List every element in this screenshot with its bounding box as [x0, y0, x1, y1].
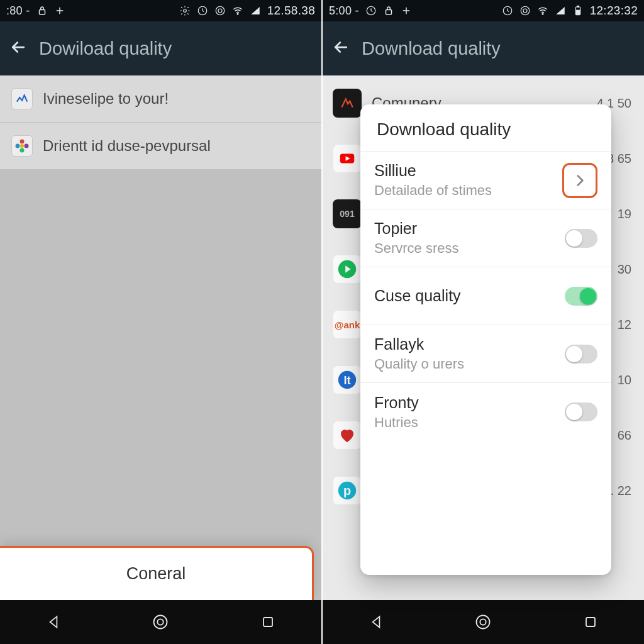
option-fallayk[interactable]: Fallayk Quality o urers — [360, 325, 611, 383]
option-subtitle: Hutries — [374, 414, 548, 431]
wifi-icon — [537, 5, 548, 16]
svg-point-18 — [523, 9, 527, 13]
status-time-left: :80 - — [6, 4, 30, 18]
option-title: Cuse quality — [374, 287, 548, 305]
toggle[interactable] — [565, 402, 597, 421]
svg-point-12 — [158, 619, 164, 625]
option-title: Fronty — [374, 394, 548, 412]
svg-point-3 — [216, 6, 225, 15]
signal-icon — [250, 5, 261, 16]
status-time-left: 5:00 - — [329, 4, 359, 18]
nav-recent-icon[interactable] — [581, 613, 600, 631]
svg-rect-21 — [577, 6, 579, 8]
status-clock: 12:23:32 — [590, 4, 638, 18]
page-title: Dowiload quality — [39, 38, 172, 59]
phone-left: :80 - 12.58.38 Dowiload quality Ivinesel… — [0, 0, 321, 644]
nav-home-icon[interactable] — [151, 613, 170, 631]
android-nav-bar — [323, 600, 644, 644]
clock-icon — [197, 5, 208, 16]
gear-icon — [179, 5, 191, 16]
coneral-button[interactable]: Coneral — [0, 546, 314, 600]
nav-back-icon[interactable] — [44, 613, 63, 631]
option-subtitle: Quality o urers — [374, 356, 548, 372]
svg-rect-31 — [586, 618, 595, 626]
nav-recent-icon[interactable] — [258, 613, 277, 631]
android-nav-bar — [0, 600, 321, 644]
download-quality-dialog: Download quality Silliue Detailade of st… — [360, 104, 611, 575]
svg-point-4 — [218, 9, 222, 13]
option-cuse-quality[interactable]: Cuse quality — [360, 267, 611, 325]
toggle[interactable] — [565, 229, 597, 248]
option-silliue[interactable]: Silliue Detailade of stimes — [360, 152, 611, 209]
option-title: Fallayk — [374, 335, 548, 353]
wifi-icon — [232, 5, 243, 16]
lock-icon — [36, 5, 48, 16]
svg-point-30 — [480, 619, 486, 625]
app-bar: Dowiload quality — [0, 21, 321, 75]
svg-point-5 — [237, 14, 238, 15]
toggle[interactable] — [565, 345, 597, 364]
clock-icon — [502, 5, 513, 16]
app-bar: Download quality — [323, 21, 644, 75]
battery-icon — [572, 5, 584, 16]
clock-small-icon — [365, 5, 377, 16]
svg-rect-22 — [576, 10, 579, 14]
target-icon — [214, 5, 226, 16]
status-bar: 5:00 - 12:23:32 — [323, 0, 644, 21]
status-clock: 12.58.38 — [267, 4, 315, 18]
svg-rect-0 — [39, 10, 45, 15]
status-bar: :80 - 12.58.38 — [0, 0, 321, 21]
toggle[interactable] — [565, 287, 597, 306]
svg-rect-13 — [264, 618, 272, 626]
screen-body-left: Ivineselipe to your! Drientt id duse-pev… — [0, 75, 321, 600]
option-title: Topier — [374, 219, 548, 238]
plus-icon — [54, 5, 65, 16]
plus-icon — [401, 5, 412, 16]
svg-point-17 — [521, 6, 530, 15]
option-subtitle: Detailade of stimes — [374, 182, 548, 199]
nav-home-icon[interactable] — [474, 613, 492, 631]
svg-point-1 — [183, 9, 186, 13]
chevron-right-icon[interactable] — [562, 163, 597, 198]
nav-back-icon[interactable] — [367, 613, 386, 631]
dim-overlay — [0, 75, 321, 600]
back-button[interactable] — [331, 38, 350, 59]
option-topier[interactable]: Topier Servrce sress — [360, 209, 611, 267]
svg-point-29 — [477, 616, 490, 629]
phone-right: 5:00 - 12:23:32 Download quality Comuner… — [321, 0, 644, 644]
lock-icon — [383, 5, 394, 16]
option-title: Silliue — [374, 162, 548, 180]
option-fronty[interactable]: Fronty Hutries — [360, 383, 611, 441]
coneral-button-label: Coneral — [126, 564, 186, 584]
signal-icon — [555, 5, 566, 16]
app-list: Comunery 4 1 50 3 65 091 19 30 @ank 12 l… — [323, 75, 644, 600]
page-title: Download quality — [362, 38, 501, 59]
svg-rect-15 — [386, 10, 391, 15]
svg-point-19 — [542, 14, 543, 15]
dialog-title: Download quality — [360, 104, 611, 152]
back-button[interactable] — [9, 38, 28, 59]
svg-point-11 — [154, 616, 167, 629]
option-subtitle: Servrce sress — [374, 240, 548, 257]
target-icon — [519, 5, 531, 16]
